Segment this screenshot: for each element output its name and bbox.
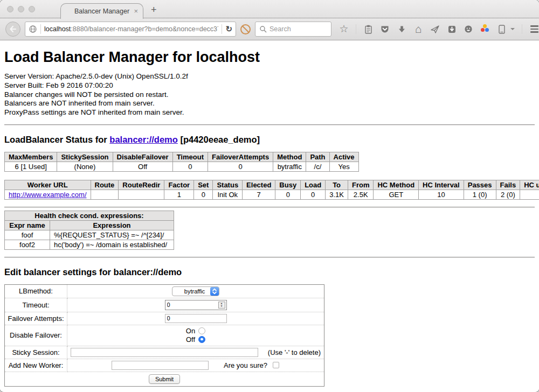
number-stepper-icon[interactable]: ▲▼ [218, 302, 225, 309]
lbmethod-select[interactable]: bytraffic [172, 286, 219, 296]
table-header-row: Expr name Expression [5, 220, 174, 230]
are-you-sure-checkbox[interactable] [273, 362, 279, 368]
timeout-input[interactable] [165, 300, 227, 310]
notice-proxypass: ProxyPass settings are NOT inherited fro… [4, 108, 535, 117]
new-tab-button[interactable]: + [151, 4, 157, 16]
toolbar-icons: ☆ ⌂ [339, 24, 539, 34]
send-icon[interactable] [430, 24, 440, 34]
toolbar-divider [522, 24, 522, 34]
table-row: 6 [1 Used] (None) Off 0 0 bytraffic /c/ … [5, 162, 359, 171]
select-stepper-icon [210, 287, 219, 296]
add-worker-row: Add New Worker: Are you sure? [5, 359, 324, 372]
download-icon[interactable] [397, 24, 406, 34]
urlbar-divider [40, 24, 41, 34]
sticky-session-input[interactable] [71, 348, 258, 357]
balancer-settings-form: LBmethod: bytraffic Timeout: ▲▼ [4, 284, 324, 387]
download-panel-icon[interactable] [447, 24, 457, 34]
server-info: Server Version: Apache/2.5.0-dev (Unix) … [4, 72, 535, 117]
home-icon[interactable]: ⌂ [413, 24, 423, 34]
edit-settings-heading: Edit balancer settings for balancer://de… [4, 267, 535, 277]
table-header-row: Worker URL Route RouteRedir Factor Set S… [5, 180, 539, 190]
traffic-lights [7, 6, 35, 12]
divider [4, 124, 535, 125]
timeout-row: Timeout: ▲▼ [5, 298, 324, 312]
timeout-label: Timeout: [5, 298, 67, 312]
health-title-row: Health check cond. expressions: [5, 211, 174, 220]
server-version: Server Version: Apache/2.5.0-dev (Unix) … [4, 72, 535, 81]
tab-balancer-manager[interactable]: Balancer Manager × [60, 3, 143, 19]
submit-button[interactable]: Submit [149, 374, 180, 384]
balancer-status-table: MaxMembers StickySession DisableFailover… [4, 152, 359, 172]
close-window-button[interactable] [7, 6, 13, 12]
radio-off-label: Off [186, 335, 195, 344]
radio-on-label: On [186, 327, 195, 335]
chat-smiley-icon[interactable] [464, 24, 473, 34]
content-blocked-icon[interactable] [240, 24, 251, 34]
worker-row: http://www.example.com/ 1 0 Init Ok 7 0 … [5, 190, 539, 199]
table-header-row: MaxMembers StickySession DisableFailover… [5, 152, 359, 162]
balancer-demo-link[interactable]: balancer://demo [109, 135, 178, 144]
pocket-icon[interactable] [380, 24, 390, 34]
browser-window: Balancer Manager × + localhost:8880/bala… [0, 0, 539, 392]
back-arrow-icon [9, 26, 17, 32]
health-row: foof %{REQUEST_STATUS} =~ /^[234]/ [5, 230, 174, 240]
tab-close-icon[interactable]: × [134, 8, 138, 15]
worker-url-link[interactable]: http://www.example.com/ [9, 191, 87, 199]
search-placeholder: Search [270, 25, 291, 33]
failover-attempts-label: Failover Attempts: [5, 312, 67, 325]
url-bar[interactable]: localhost:8880/balancer-manager?b=demo&n… [25, 22, 236, 37]
disable-failover-label: Disable Failover: [5, 325, 67, 346]
page-content: Load Balancer Manager for localhost Serv… [0, 40, 539, 391]
disable-failover-off-radio[interactable] [198, 336, 205, 343]
search-bar[interactable]: Search [255, 22, 331, 37]
reload-icon[interactable]: ↻ [225, 24, 232, 34]
health-row: foof2 hc('body') =~ /domain is establish… [5, 240, 174, 249]
bookmark-star-icon[interactable]: ☆ [339, 24, 349, 34]
divider [4, 257, 535, 258]
search-icon [259, 25, 267, 33]
add-worker-label: Add New Worker: [5, 359, 67, 372]
submit-row: Submit [5, 372, 324, 386]
divider [4, 207, 535, 208]
clipboard-icon[interactable] [363, 24, 373, 34]
sticky-session-row: Sticky Session: (Use '-' to delete) [5, 346, 324, 359]
urlbar-divider [222, 24, 222, 34]
url-text: localhost:8880/balancer-manager?b=demo&n… [44, 25, 218, 33]
add-worker-input[interactable] [112, 361, 209, 370]
colored-dots-addon-icon[interactable] [480, 24, 490, 34]
zoom-window-button[interactable] [29, 6, 35, 12]
lbmethod-row: LBmethod: bytraffic [5, 284, 324, 298]
are-you-sure-label: Are you sure? [224, 361, 267, 369]
menu-hamburger-icon[interactable] [529, 24, 539, 34]
server-built: Server Built: Feb 9 2016 07:00:20 [4, 81, 535, 90]
notice-persist: Balancer changes will NOT be persisted o… [4, 90, 535, 100]
navigation-toolbar: localhost:8880/balancer-manager?b=demo&n… [0, 18, 539, 40]
failover-attempts-row: Failover Attempts: [5, 312, 324, 325]
chevron-down-icon[interactable] [510, 28, 515, 30]
lbmethod-label: LBmethod: [5, 284, 67, 298]
toolbar-divider [356, 24, 356, 34]
page-title: Load Balancer Manager for localhost [4, 40, 535, 72]
worker-status-table: Worker URL Route RouteRedir Factor Set S… [4, 180, 539, 200]
tablet-sync-icon[interactable] [497, 24, 507, 34]
globe-icon [29, 25, 37, 33]
sticky-session-label: Sticky Session: [5, 346, 67, 359]
disable-failover-on-radio[interactable] [198, 327, 205, 334]
failover-attempts-input[interactable] [165, 314, 227, 323]
tab-title: Balancer Manager [74, 8, 129, 15]
sticky-session-hint: (Use '-' to delete) [268, 348, 321, 356]
notice-inherit: Balancers are NOT inherited from main se… [4, 99, 535, 108]
disable-failover-row: Disable Failover: On Off [5, 325, 324, 346]
back-button[interactable] [5, 22, 20, 37]
minimize-window-button[interactable] [18, 6, 24, 12]
health-check-table: Health check cond. expressions: Expr nam… [4, 211, 174, 250]
loadbalancer-status-heading: LoadBalancer Status for balancer://demo … [4, 135, 535, 145]
tab-strip: Balancer Manager × + [0, 0, 539, 18]
